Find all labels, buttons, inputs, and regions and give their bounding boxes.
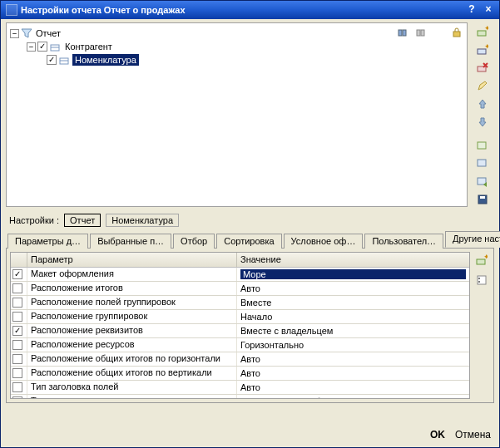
svg-rect-0 <box>399 30 402 36</box>
row-value[interactable]: Авто <box>237 352 469 366</box>
col-param-header[interactable]: Параметр <box>27 253 237 267</box>
table-row[interactable]: Тип заголовка полейАвто <box>11 381 469 395</box>
checkbox[interactable] <box>12 283 22 293</box>
row-value[interactable]: Горизонтально <box>237 338 469 352</box>
tree-tool-2-icon[interactable] <box>413 24 430 41</box>
add2-icon[interactable]: ✦ <box>474 42 491 57</box>
collapse-icon[interactable]: − <box>27 42 36 52</box>
save-icon[interactable] <box>474 192 491 207</box>
checkbox[interactable] <box>12 354 22 364</box>
help-button[interactable]: ? <box>464 3 479 17</box>
tab-filter[interactable]: Отбор <box>173 234 215 249</box>
row-checkbox[interactable] <box>11 381 27 394</box>
row-param: Макет оформления <box>27 268 237 281</box>
value-text: Гистограмма объемная <box>253 396 352 398</box>
table-row[interactable]: Расположение полей группировокВместе <box>11 296 469 310</box>
window-title: Настройки отчета Отчет о продажах <box>21 5 186 15</box>
footer: OK Отмена <box>1 422 499 447</box>
tab-user[interactable]: Пользовател… <box>364 234 443 249</box>
row-value[interactable]: Вместе с владельцем <box>237 324 469 337</box>
row-param: Расположение общих итогов по горизонтали <box>27 352 237 366</box>
edit-icon[interactable] <box>474 78 491 93</box>
tool-a-icon[interactable] <box>474 138 491 153</box>
tabstrip: Параметры д… Выбранные п… Отбор Сортиров… <box>6 232 494 249</box>
row-checkbox[interactable] <box>11 282 27 295</box>
close-button[interactable]: × <box>481 3 496 17</box>
svg-rect-4 <box>453 32 460 37</box>
params-grid[interactable]: Параметр Значение ✓Макет оформленияМореР… <box>10 252 470 399</box>
row-value[interactable]: Авто <box>237 367 469 380</box>
row-value[interactable]: Авто <box>237 282 469 295</box>
table-row[interactable]: Расположение группировокНачало <box>11 310 469 324</box>
checkbox[interactable] <box>12 368 22 378</box>
tab-sort[interactable]: Сортировка <box>216 234 281 249</box>
table-row[interactable]: Тип диаграммыГистограмма объемная <box>11 395 469 398</box>
row-value[interactable]: Гистограмма объемная <box>237 395 469 398</box>
delete-icon[interactable] <box>474 61 491 76</box>
row-param: Расположение группировок <box>27 310 237 323</box>
tree-item-nomenclature[interactable]: ✓ Номенклатура <box>8 53 465 66</box>
app-icon <box>6 4 17 16</box>
move-down-icon[interactable] <box>474 115 491 130</box>
row-checkbox[interactable] <box>11 395 27 398</box>
minitab-nomenclature[interactable]: Номенклатура <box>106 214 179 227</box>
structure-tree[interactable]: − Отчет − ✓ Контрагент ✓ Номенклатура <box>6 22 468 207</box>
tab-other-settings[interactable]: Другие настр… <box>445 231 500 248</box>
svg-text:✦: ✦ <box>483 254 488 261</box>
settings-label: Настройки : <box>9 215 59 225</box>
table-row[interactable]: Расположение общих итогов по горизонтали… <box>11 352 469 367</box>
row-param: Расположение ресурсов <box>27 338 237 352</box>
row-checkbox[interactable] <box>11 367 27 380</box>
chart-icon <box>240 397 250 399</box>
col-check[interactable] <box>11 253 27 267</box>
row-value[interactable]: Вместе <box>237 296 469 309</box>
tree-tool-1-icon[interactable] <box>395 24 412 41</box>
checkbox[interactable]: ✓ <box>12 269 22 279</box>
ok-button[interactable]: OK <box>430 429 445 441</box>
checkbox[interactable] <box>12 312 22 322</box>
svg-rect-16 <box>478 142 486 149</box>
row-checkbox[interactable] <box>11 296 27 309</box>
tool-b-icon[interactable] <box>474 156 491 171</box>
grid-body[interactable]: ✓Макет оформленияМореРасположение итогов… <box>11 268 469 398</box>
checkbox[interactable] <box>12 382 22 392</box>
row-checkbox[interactable] <box>11 352 27 366</box>
row-checkbox[interactable] <box>11 310 27 323</box>
grid-props-icon[interactable] <box>473 272 490 288</box>
move-up-icon[interactable] <box>474 96 491 111</box>
collapse-icon[interactable]: − <box>10 29 19 38</box>
checkbox[interactable]: ✓ <box>12 326 22 336</box>
checkbox[interactable]: ✓ <box>47 55 57 65</box>
table-row[interactable]: Расположение итоговАвто <box>11 282 469 296</box>
minitab-report[interactable]: Отчет <box>64 214 101 227</box>
tree-item-counterparty[interactable]: − ✓ Контрагент <box>8 40 465 53</box>
checkbox[interactable] <box>12 396 22 398</box>
row-checkbox[interactable] <box>11 338 27 352</box>
tab-conditional[interactable]: Условное оф… <box>284 234 364 249</box>
group-icon <box>50 41 62 52</box>
checkbox[interactable]: ✓ <box>37 42 47 52</box>
row-value[interactable]: Начало <box>237 310 469 323</box>
value-text: Начало <box>240 312 272 322</box>
row-checkbox[interactable]: ✓ <box>11 324 27 337</box>
row-value[interactable]: Авто <box>237 381 469 394</box>
tool-c-icon[interactable] <box>474 174 491 189</box>
table-row[interactable]: Расположение ресурсовГоризонтально <box>11 338 469 352</box>
table-row[interactable]: Расположение общих итогов по вертикалиАв… <box>11 367 469 381</box>
add-icon[interactable]: ✦ <box>474 24 491 39</box>
tab-params[interactable]: Параметры д… <box>7 234 88 249</box>
checkbox[interactable] <box>12 340 22 350</box>
table-row[interactable]: ✓Макет оформленияМоре <box>11 268 469 282</box>
lock-icon[interactable] <box>448 24 465 41</box>
grid-add-icon[interactable]: ✦ <box>473 252 490 268</box>
cancel-button[interactable]: Отмена <box>455 429 491 441</box>
row-checkbox[interactable]: ✓ <box>11 268 27 281</box>
value-text: Авто <box>240 382 260 392</box>
checkbox[interactable] <box>12 298 22 308</box>
table-row[interactable]: ✓Расположение реквизитовВместе с владель… <box>11 324 469 338</box>
row-value[interactable]: Море <box>237 268 469 281</box>
grid-header: Параметр Значение <box>11 253 469 268</box>
tab-selected-fields[interactable]: Выбранные п… <box>90 234 171 249</box>
col-value-header[interactable]: Значение <box>237 253 469 267</box>
svg-rect-18 <box>478 178 486 185</box>
